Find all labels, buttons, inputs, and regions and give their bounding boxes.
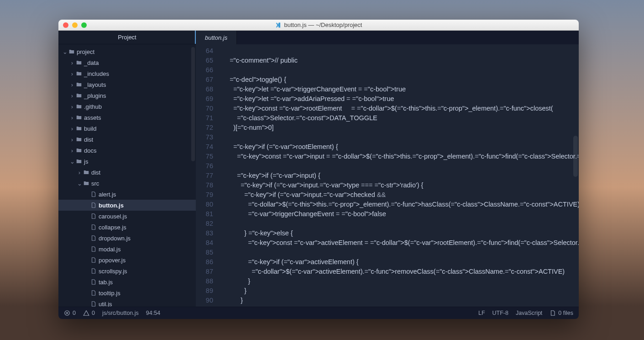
code-line[interactable]: ="c-key">if (="c-var">activeElement) { — [222, 257, 579, 267]
code-line[interactable]: ="c-comment">// public — [222, 56, 579, 65]
status-warnings[interactable]: 0 — [83, 310, 95, 316]
code-line[interactable]: ="c-key">if (="c-var">input.="c-var">typ… — [222, 181, 579, 190]
folder-icon — [82, 169, 90, 175]
code-line[interactable]: } ="c-key">else { — [222, 228, 579, 238]
chevron-right-icon: › — [69, 114, 75, 121]
code-line[interactable]: ="c-var">triggerChangeEvent = ="c-bool">… — [222, 209, 579, 219]
code-line[interactable] — [222, 305, 579, 307]
vscode-icon — [275, 22, 282, 28]
tree-file-tab.js[interactable]: tab.js — [58, 276, 196, 287]
titlebar[interactable]: button.js — ~/Desktop/project — [58, 20, 579, 31]
tree-file-popover.js[interactable]: popover.js — [58, 255, 196, 266]
code-line[interactable]: ="c-key">if (="c-var">input) { — [222, 171, 579, 181]
tabs: button.js — [196, 31, 579, 44]
tree-file-carousel.js[interactable]: carousel.js — [58, 211, 196, 222]
chevron-right-icon: › — [69, 147, 75, 154]
tree-item-label: alert.js — [99, 191, 116, 198]
file-icon — [89, 191, 98, 197]
tree-folder-src[interactable]: ⌄src — [58, 178, 196, 189]
chevron-right-icon: › — [69, 59, 75, 66]
sidebar: Project ⌄project›_data›_includes›_layout… — [58, 31, 196, 307]
tab-button-js[interactable]: button.js — [196, 31, 237, 44]
tree-item-label: tab.js — [99, 279, 113, 286]
code-line[interactable]: } — [222, 286, 579, 296]
tree-folder-assets[interactable]: ›assets — [58, 112, 196, 123]
tree-file-tooltip.js[interactable]: tooltip.js — [58, 287, 196, 298]
status-language[interactable]: JavaScript — [516, 310, 542, 316]
code-line[interactable]: } — [222, 296, 579, 305]
code-line[interactable] — [222, 133, 579, 142]
code-line[interactable] — [222, 248, 579, 257]
code-line[interactable] — [222, 65, 579, 75]
code-line[interactable]: ="c-key">if (="c-var">rootElement) { — [222, 142, 579, 152]
status-encoding[interactable]: UTF-8 — [492, 310, 508, 316]
chevron-right-icon: › — [77, 169, 82, 176]
status-errors-count: 0 — [73, 310, 76, 316]
window-minimize-button[interactable] — [72, 22, 78, 28]
window-zoom-button[interactable] — [81, 22, 87, 28]
chevron-down-icon: ⌄ — [69, 158, 75, 165]
code-line[interactable]: ="c-key">const ="c-var">activeElement = … — [222, 238, 579, 248]
tree-folder-js[interactable]: ⌄js — [58, 156, 196, 167]
sidebar-scrollbar[interactable] — [191, 47, 195, 161]
tree-file-scrollspy.js[interactable]: scrollspy.js — [58, 266, 196, 276]
tree-folder-dist[interactable]: ›dist — [58, 167, 196, 178]
code-area[interactable]: ="c-comment">// public ="c-decl">toggle(… — [218, 44, 579, 307]
status-errors[interactable]: 0 — [64, 310, 76, 316]
tree-folder-dist[interactable]: ›dist — [58, 134, 196, 145]
file-icon — [89, 246, 98, 252]
code-line[interactable]: ="c-key">let ="c-var">triggerChangeEvent… — [222, 85, 579, 94]
line-gutter: 6465666768697071727374757677787980818283… — [196, 44, 218, 307]
code-line[interactable]: ="c-class">Selector.="c-const">DATA_TOGG… — [222, 113, 579, 123]
code-line[interactable]: ="c-dollar">$(="c-this">this.="c-prop">_… — [222, 200, 579, 209]
tree-file-collapse.js[interactable]: collapse.js — [58, 222, 196, 233]
folder-icon — [75, 158, 83, 165]
editor-scrollbar[interactable] — [573, 136, 578, 177]
tree-folder-.github[interactable]: ›.github — [58, 101, 196, 112]
code-line[interactable]: ="c-key">let ="c-var">addAriaPressed = =… — [222, 94, 579, 104]
code-line[interactable]: ="c-dollar">$(="c-var">activeElement).="… — [222, 267, 579, 276]
tree-item-label: popover.js — [99, 257, 126, 264]
status-warnings-count: 0 — [92, 310, 95, 316]
tree-folder-build[interactable]: ›build — [58, 123, 196, 134]
code-line[interactable] — [222, 161, 579, 171]
code-editor[interactable]: 6465666768697071727374757677787980818283… — [196, 44, 579, 307]
chevron-right-icon: › — [69, 70, 75, 77]
folder-icon — [75, 147, 83, 154]
status-cursor[interactable]: 94:54 — [146, 310, 160, 316]
folder-icon — [75, 136, 83, 143]
tree-folder-_plugins[interactable]: ›_plugins — [58, 90, 196, 101]
file-tree[interactable]: ⌄project›_data›_includes›_layouts›_plugi… — [58, 44, 196, 307]
code-line[interactable]: ="c-key">const ="c-var">rootElement = ="… — [222, 104, 579, 113]
folder-icon — [75, 59, 83, 66]
tree-item-label: .github — [84, 103, 102, 110]
status-eol[interactable]: LF — [478, 310, 485, 316]
tree-item-label: modal.js — [99, 246, 120, 253]
folder-icon — [75, 114, 83, 121]
tree-folder-docs[interactable]: ›docs — [58, 145, 196, 156]
sidebar-panel-title[interactable]: Project — [58, 31, 196, 44]
tree-folder-_includes[interactable]: ›_includes — [58, 68, 196, 79]
status-filepath[interactable]: js/src/button.js — [102, 310, 139, 316]
code-line[interactable] — [222, 219, 579, 228]
folder-icon — [68, 48, 76, 55]
tree-file-alert.js[interactable]: alert.js — [58, 189, 196, 200]
code-line[interactable]: ="c-decl">toggle() { — [222, 75, 579, 85]
tree-file-modal.js[interactable]: modal.js — [58, 244, 196, 255]
code-line[interactable]: } — [222, 276, 579, 286]
tree-file-util.js[interactable]: util.js — [58, 298, 196, 307]
status-files[interactable]: 0 files — [550, 310, 573, 316]
tree-root[interactable]: ⌄project — [58, 46, 196, 57]
tree-file-dropdown.js[interactable]: dropdown.js — [58, 233, 196, 244]
editor-window: button.js — ~/Desktop/project Project ⌄p… — [58, 20, 579, 319]
chevron-right-icon: › — [69, 136, 75, 143]
code-line[interactable]: )[="c-num">0] — [222, 123, 579, 133]
tree-folder-_layouts[interactable]: ›_layouts — [58, 79, 196, 90]
code-line[interactable]: ="c-key">const ="c-var">input = ="c-doll… — [222, 152, 579, 161]
code-line[interactable] — [222, 46, 579, 56]
file-icon — [89, 279, 98, 285]
window-close-button[interactable] — [63, 22, 68, 28]
code-line[interactable]: ="c-key">if (="c-var">input.="c-var">che… — [222, 190, 579, 200]
tree-folder-_data[interactable]: ›_data — [58, 57, 196, 68]
tree-file-button.js[interactable]: button.js — [58, 200, 196, 211]
